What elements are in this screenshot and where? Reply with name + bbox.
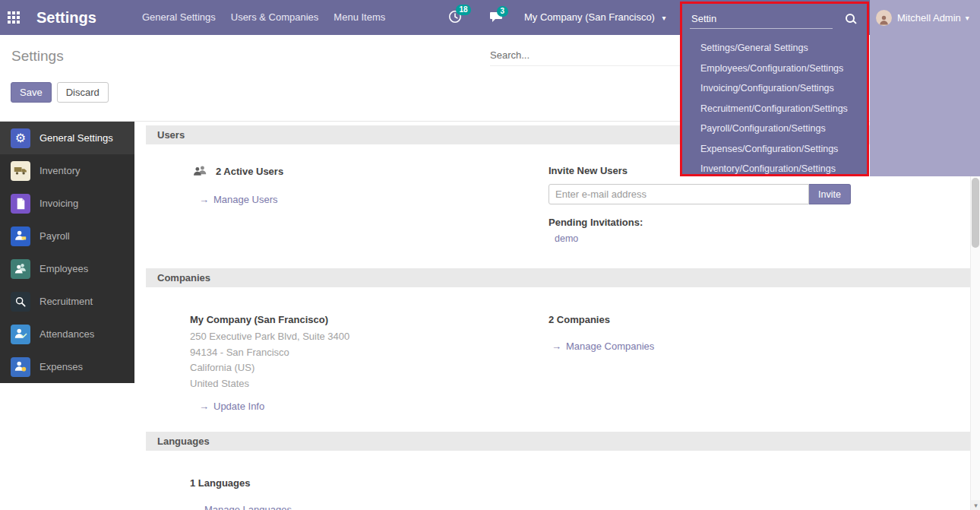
menu-general-settings[interactable]: General Settings xyxy=(134,0,223,35)
chevron-down-icon xyxy=(662,1,666,36)
sidebar-item-label: Invoicing xyxy=(40,198,78,209)
invoice-document-icon xyxy=(11,194,30,214)
breadcrumb: Settings xyxy=(11,48,64,65)
control-panel-buttons: Save Discard xyxy=(11,82,109,103)
person-icon xyxy=(878,14,890,26)
company-address-line: California (US) xyxy=(190,360,548,376)
section-header-languages: Languages xyxy=(146,432,970,451)
company-address-line: United States xyxy=(190,376,548,392)
users-left-column: 2 Active Users Manage Users xyxy=(190,165,548,244)
activities-button[interactable]: 18 xyxy=(448,10,462,26)
save-button[interactable]: Save xyxy=(11,82,52,103)
invite-email-input[interactable] xyxy=(548,184,809,204)
sidebar-item-payroll[interactable]: Payroll xyxy=(0,220,134,252)
companies-section: My Company (San Francisco) 250 Executive… xyxy=(134,287,970,428)
truck-icon xyxy=(11,161,30,181)
pending-invitation-user[interactable]: demo xyxy=(555,233,970,244)
search-result-item[interactable]: Inventory/Configuration/Settings xyxy=(682,159,867,179)
menu-menu-items[interactable]: Menu Items xyxy=(326,0,393,35)
gear-icon: ⚙ xyxy=(11,128,30,148)
sidebar-item-recruitment[interactable]: Recruitment xyxy=(0,285,134,318)
navbar-menus: General Settings Users & Companies Menu … xyxy=(134,0,393,35)
user-menu-panel: Mitchell Admin xyxy=(870,0,980,176)
avatar xyxy=(876,10,892,26)
sidebar-item-attendances[interactable]: Attendances xyxy=(0,318,134,350)
sidebar-item-label: Recruitment xyxy=(40,296,93,307)
user-name: Mitchell Admin xyxy=(897,12,961,24)
sidebar-item-label: General Settings xyxy=(40,132,113,144)
companies-count: 2 Companies xyxy=(548,314,970,325)
sidebar-item-employees[interactable]: Employees xyxy=(0,252,134,285)
payroll-person-icon xyxy=(11,226,30,246)
sidebar-item-inventory[interactable]: Inventory xyxy=(0,154,134,187)
sidebar-item-label: Expenses xyxy=(40,361,83,372)
scrollbar-down-button[interactable] xyxy=(971,500,980,510)
search-view xyxy=(490,47,680,66)
recruitment-icon xyxy=(11,292,30,312)
menu-search-row xyxy=(682,4,867,34)
menu-search-dropdown: Settings/General Settings Employees/Conf… xyxy=(680,2,869,176)
scrollbar-thumb[interactable] xyxy=(972,178,979,248)
active-users-stat: 2 Active Users xyxy=(190,165,548,177)
sidebar-item-label: Payroll xyxy=(40,230,70,242)
grid-icon xyxy=(8,11,20,24)
languages-section: 1 Languages Manage Languages xyxy=(134,451,970,510)
pending-invitations-label: Pending Invitations: xyxy=(548,217,970,228)
search-icon[interactable] xyxy=(846,14,856,24)
menu-search-input[interactable] xyxy=(690,9,833,29)
sidebar-item-invoicing[interactable]: Invoicing xyxy=(0,187,134,220)
company-switcher[interactable]: My Company (San Francisco) xyxy=(524,0,666,36)
menu-users-companies[interactable]: Users & Companies xyxy=(223,0,327,35)
manage-languages-link[interactable]: Manage Languages xyxy=(190,504,292,510)
company-name: My Company (San Francisco) xyxy=(190,314,548,325)
vertical-scrollbar[interactable] xyxy=(970,122,980,510)
manage-companies-link[interactable]: Manage Companies xyxy=(552,341,654,352)
active-users-label: 2 Active Users xyxy=(216,166,283,177)
user-menu-button[interactable]: Mitchell Admin xyxy=(870,0,980,35)
company-switcher-label: My Company (San Francisco) xyxy=(524,11,655,23)
company-address-line: 94134 - San Francisco xyxy=(190,345,548,361)
search-result-item[interactable]: Expenses/Configuration/Settings xyxy=(682,139,867,160)
companies-left-column: My Company (San Francisco) 250 Executive… xyxy=(190,314,548,412)
menu-search-results: Settings/General Settings Employees/Conf… xyxy=(682,38,867,179)
screen: Settings General Settings Users & Compan… xyxy=(0,0,980,510)
search-result-item[interactable]: Payroll/Configuration/Settings xyxy=(682,119,867,139)
sidebar-item-expenses[interactable]: Expenses xyxy=(0,350,134,383)
employees-icon xyxy=(11,259,30,279)
chevron-down-icon xyxy=(966,14,969,22)
search-result-item[interactable]: Settings/General Settings xyxy=(682,38,867,59)
company-address-line: 250 Executive Park Blvd, Suite 3400 xyxy=(190,329,548,345)
sidebar-item-label: Employees xyxy=(40,263,88,274)
apps-menu-icon[interactable] xyxy=(8,11,20,24)
settings-sidebar: ⚙ General Settings Inventory Inv xyxy=(0,122,134,383)
expenses-icon xyxy=(11,357,30,377)
sidebar-item-label: Inventory xyxy=(40,165,80,176)
discard-button[interactable]: Discard xyxy=(57,82,109,103)
update-info-link[interactable]: Update Info xyxy=(199,401,264,412)
manage-users-link[interactable]: Manage Users xyxy=(199,194,278,205)
attendance-icon xyxy=(11,325,30,344)
messages-button[interactable]: 3 xyxy=(489,11,503,25)
search-result-item[interactable]: Employees/Configuration/Settings xyxy=(682,59,867,79)
languages-count: 1 Languages xyxy=(190,477,548,489)
invite-input-group: Invite xyxy=(548,184,851,204)
companies-right-column: 2 Companies Manage Companies xyxy=(548,314,970,412)
search-input[interactable] xyxy=(490,47,680,66)
languages-left-column: 1 Languages Manage Languages xyxy=(190,477,548,510)
search-result-item[interactable]: Recruitment/Configuration/Settings xyxy=(682,99,867,119)
users-icon xyxy=(190,165,207,177)
settings-content: Users 2 Active Users Manage Users Invite… xyxy=(134,122,970,510)
messages-badge: 3 xyxy=(497,6,508,17)
activities-badge: 18 xyxy=(456,5,471,15)
app-title[interactable]: Settings xyxy=(36,9,96,27)
invite-button[interactable]: Invite xyxy=(809,184,851,204)
sidebar-item-general-settings[interactable]: ⚙ General Settings xyxy=(0,122,134,154)
section-header-companies: Companies xyxy=(146,268,970,287)
search-result-item[interactable]: Invoicing/Configuration/Settings xyxy=(682,78,867,99)
sidebar-item-label: Attendances xyxy=(40,328,94,340)
